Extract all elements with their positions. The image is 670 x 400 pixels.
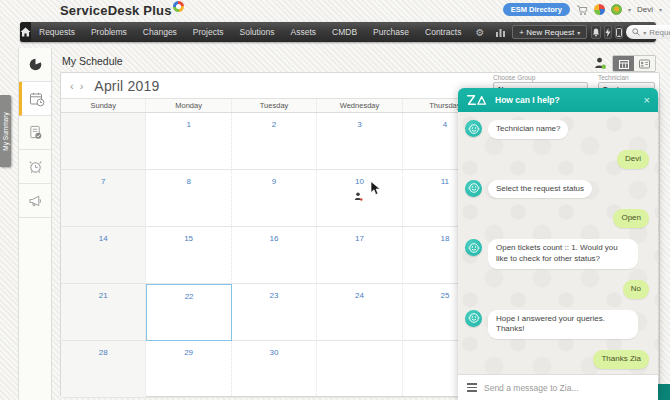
chat-message-bot: Open tickets count :: 1. Would you like … [465, 239, 651, 269]
calendar-cell-21[interactable]: 21 [61, 284, 146, 341]
calendar-cell-30[interactable]: 30 [232, 341, 317, 398]
calendar-cell-empty[interactable] [61, 113, 146, 170]
date-number: 30 [270, 348, 279, 357]
list-view-toggle[interactable] [634, 56, 655, 71]
user-caret-icon: ▾ [659, 6, 662, 13]
apps-grid-icon[interactable] [594, 4, 605, 15]
my-summary-tab[interactable]: My Summary [0, 95, 11, 167]
date-number: 2 [272, 120, 276, 129]
nav-item-changes[interactable]: Changes [135, 22, 185, 42]
chat-bubble: Devi [617, 150, 649, 169]
date-number: 8 [186, 177, 190, 186]
user-name-menu[interactable]: Devi [637, 5, 653, 14]
new-request-caret-icon: ▾ [577, 29, 580, 36]
calendar-cell-7[interactable]: 7 [61, 170, 146, 227]
chat-message-bot: Hope I answered your queries. Thanks! [465, 310, 651, 340]
sidebar-item-summary[interactable] [19, 48, 51, 82]
nav-item-contracts[interactable]: Contracts [417, 22, 469, 42]
calendar-cell-2[interactable]: 2 [232, 113, 317, 170]
mobile-phone-icon [616, 28, 622, 37]
avatar-caret-icon: ▾ [628, 6, 631, 13]
calendar-grid-icon [619, 59, 629, 69]
calendar-cell-17[interactable]: 17 [317, 227, 402, 284]
chat-input-bar [458, 374, 658, 400]
zia-bot-avatar [465, 310, 482, 327]
new-request-button[interactable]: + New Request▾ [512, 25, 587, 39]
quick-actions-button[interactable] [604, 25, 612, 39]
calendar-view-toggle[interactable] [613, 56, 634, 71]
calendar-cell-22[interactable]: 22 [146, 284, 231, 341]
next-month-button[interactable]: › [77, 80, 87, 92]
app-window: ServiceDesk Plus ESM Directory ▾ Devi ▾ … [0, 0, 670, 400]
chat-menu-icon[interactable] [467, 383, 477, 392]
calendar-cell-1[interactable]: 1 [146, 113, 231, 170]
user-avatar[interactable] [611, 4, 622, 15]
calendar-cell-8[interactable]: 8 [146, 170, 231, 227]
nav-item-assets[interactable]: Assets [283, 22, 325, 42]
nav-item-solutions[interactable]: Solutions [232, 22, 283, 42]
calendar-cell-24[interactable]: 24 [317, 284, 402, 341]
date-number: 4 [443, 120, 447, 129]
chat-message-input[interactable] [484, 383, 649, 393]
date-number: 29 [184, 348, 193, 357]
top-header: ServiceDesk Plus ESM Directory ▾ Devi ▾ [0, 0, 670, 21]
technician-availability-icon[interactable] [594, 57, 607, 70]
reminders-alarm-icon [28, 159, 43, 174]
nav-item-projects[interactable]: Projects [185, 22, 232, 42]
sidebar-item-schedule[interactable] [19, 82, 51, 116]
gear-icon: ⚙ [475, 27, 484, 38]
nav-settings-button[interactable]: ⚙ [469, 27, 490, 38]
chat-bubble: Open tickets count :: 1. Would you like … [488, 239, 638, 269]
zia-bot-avatar [465, 180, 482, 197]
date-number: 17 [355, 234, 364, 243]
calendar-cell-29[interactable]: 29 [146, 341, 231, 398]
calendar-cell-16[interactable]: 16 [232, 227, 317, 284]
date-number: 11 [441, 177, 449, 186]
calendar-cell-9[interactable]: 9 [232, 170, 317, 227]
calendar-cell-10[interactable]: 10 [317, 170, 402, 227]
chat-bubble: Technician name? [488, 120, 568, 139]
robot-face-icon [468, 182, 480, 194]
date-number: 9 [272, 177, 276, 186]
mobile-app-button[interactable] [615, 25, 623, 39]
calendar-cell-14[interactable]: 14 [61, 227, 146, 284]
close-icon[interactable]: × [644, 95, 650, 106]
search-scope-caret-icon: ▾ [643, 29, 646, 36]
global-search-box[interactable]: ▾ Requests [626, 25, 670, 39]
chat-bubble: Thanks Zia [593, 350, 649, 369]
chat-message-bot: Technician name? [465, 120, 651, 139]
calendar-cell-23[interactable]: 23 [232, 284, 317, 341]
chat-message-list: Technician name?Devi Select the request … [458, 112, 658, 374]
nav-home-button[interactable] [20, 22, 31, 42]
sidebar-item-reminders[interactable] [19, 150, 51, 184]
notifications-bell-button[interactable] [591, 25, 601, 39]
left-sidebar [18, 48, 52, 400]
schedule-event-person-icon[interactable] [354, 187, 363, 205]
choose-group-label: Choose Group [493, 74, 588, 81]
nav-item-cmdb[interactable]: CMDB [324, 22, 365, 42]
app-logo-text: ServiceDesk Plus [60, 3, 172, 18]
prev-month-button[interactable]: ‹ [67, 80, 77, 92]
weekday-header-tuesday: Tuesday [232, 99, 317, 112]
date-number: 18 [440, 234, 449, 243]
nav-item-problems[interactable]: Problems [83, 22, 135, 42]
nav-reports-button[interactable] [490, 28, 512, 37]
calendar-cell-empty[interactable] [317, 341, 402, 398]
shopping-cart-icon[interactable] [576, 4, 588, 16]
calendar-cell-28[interactable]: 28 [61, 341, 146, 398]
nav-item-purchase[interactable]: Purchase [365, 22, 417, 42]
esm-directory-button[interactable]: ESM Directory [503, 3, 570, 16]
home-icon [20, 27, 31, 37]
date-number: 16 [270, 234, 279, 243]
date-number: 15 [184, 234, 193, 243]
nav-item-requests[interactable]: Requests [31, 22, 83, 42]
chat-message-bot: Select the request status [465, 180, 651, 199]
chat-bubble: Open [613, 209, 649, 228]
chat-message-user: Open [465, 209, 651, 228]
zia-bot-avatar [465, 239, 482, 256]
calendar-cell-15[interactable]: 15 [146, 227, 231, 284]
sidebar-item-tasks[interactable] [19, 116, 51, 150]
calendar-cell-3[interactable]: 3 [317, 113, 402, 170]
sidebar-item-announcements[interactable] [19, 184, 51, 218]
date-number: 14 [99, 234, 108, 243]
